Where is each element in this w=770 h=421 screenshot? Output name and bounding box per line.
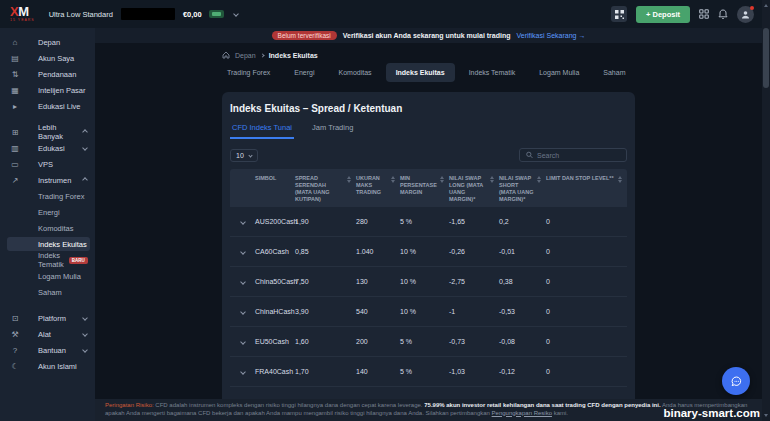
expand-row-button[interactable]: [230, 220, 255, 224]
sort-icon[interactable]: [347, 175, 351, 204]
server-icon: ▭: [10, 160, 20, 169]
sidebar-item-akun-saya[interactable]: ▤Akun Saya: [0, 50, 95, 66]
apps-grid-button[interactable]: [699, 9, 709, 19]
expand-row-button[interactable]: [230, 370, 255, 374]
column-header-ukuran-maks-trading[interactable]: UKURAN MAKS TRADING: [356, 175, 400, 196]
instrument-panel: Indeks Ekuitas – Spread / Ketentuan CFD …: [222, 92, 635, 401]
chevron-up-icon: [82, 177, 88, 183]
sidebar-item-alat[interactable]: ⚒Alat: [0, 326, 95, 342]
column-header-spread-serendah-mata-uang-kutipan[interactable]: SPREAD SERENDAH (MATA UANG KUTIPAN): [295, 175, 356, 204]
sidebar-item-energi[interactable]: Energi: [0, 204, 95, 220]
market-intel-icon: ▦: [10, 86, 20, 95]
sidebar-item-lebih-banyak[interactable]: ⊞Lebih Banyak: [0, 124, 95, 140]
page-size-select[interactable]: 10: [230, 149, 258, 162]
chevron-down-icon: [240, 219, 246, 225]
search-input[interactable]: [537, 152, 620, 159]
sidebar-item-depan[interactable]: ⌂Depan: [0, 34, 95, 50]
column-header-nilai-swap-short-mata-uang-margin[interactable]: NILAI SWAP SHORT (MATA UANG MARGIN)*: [499, 175, 546, 204]
sidebar-item-intelijen-pasar[interactable]: ▦Intelijen Pasar: [0, 82, 95, 98]
sidebar-item-bantuan[interactable]: ?Bantuan: [0, 342, 95, 358]
deposit-button[interactable]: + Deposit: [636, 6, 690, 23]
sidebar-item-komoditas[interactable]: Komoditas: [0, 220, 95, 236]
column-header-nilai-swap-long-mata-uang-margin[interactable]: NILAI SWAP LONG (MATA UANG MARGIN)*: [449, 175, 499, 204]
search-box[interactable]: [519, 148, 627, 162]
expand-row-button[interactable]: [230, 250, 255, 254]
table-row[interactable]: China50Cash7,5013010 %-2,750,380: [230, 267, 627, 297]
xm-logo[interactable]: XM 15 YEARS: [10, 5, 35, 23]
value-cell: 5 %: [400, 368, 449, 375]
risk-disclosure-link[interactable]: Pengungkapan Resiko: [492, 410, 552, 416]
sidebar-item-edukasi[interactable]: ▥Edukasi: [0, 140, 95, 156]
sort-icon[interactable]: [440, 175, 444, 196]
column-header-limit-dan-stop-level[interactable]: LIMIT DAN STOP LEVEL**: [546, 175, 627, 183]
sidebar-nav: ⌂Depan▤Akun Saya⇅Pendanaan▦Intelijen Pas…: [0, 34, 95, 374]
expand-row-button[interactable]: [230, 340, 255, 344]
table-row[interactable]: CA60Cash0,851.04010 %-0,26-0,010: [230, 237, 627, 267]
search-icon: [526, 151, 533, 159]
sidebar-item-instrumen[interactable]: ↗Instrumen: [0, 172, 95, 188]
tab-logam-mulia[interactable]: Logam Mulia: [529, 63, 589, 82]
account-switcher-chevron-icon[interactable]: [233, 11, 239, 17]
scrollbar-thumb[interactable]: [763, 28, 769, 88]
tab-komoditas[interactable]: Komoditas: [329, 63, 382, 82]
value-cell: 540: [356, 308, 400, 315]
tab-trading-forex[interactable]: Trading Forex: [217, 63, 280, 82]
sidebar-item-label: Lebih Banyak: [38, 123, 83, 141]
platform-icon: ⊡: [10, 314, 20, 323]
tab-energi[interactable]: Energi: [284, 63, 324, 82]
sidebar-item-platform[interactable]: ⊡Platform: [0, 310, 95, 326]
value-cell: 1,90: [295, 218, 356, 225]
tools-icon: ⚒: [10, 330, 20, 339]
verify-now-link[interactable]: Verifikasi Sekarang →: [517, 32, 586, 39]
qr-code-button[interactable]: [611, 6, 627, 22]
sidebar-item-edukasi-live[interactable]: ▸Edukasi Live: [0, 98, 95, 114]
column-header-label: NILAI SWAP SHORT (MATA UANG MARGIN)*: [499, 175, 534, 204]
tab-indeks-tematik[interactable]: Indeks Tematik: [459, 63, 526, 82]
chevron-down-icon: [240, 369, 246, 375]
sort-icon[interactable]: [537, 175, 541, 204]
value-cell: -0,53: [499, 308, 546, 315]
expand-row-button[interactable]: [230, 310, 255, 314]
sidebar-item-label: Indeks Tematik: [38, 251, 64, 269]
sidebar-item-trading-forex[interactable]: Trading Forex: [0, 188, 95, 204]
table-row[interactable]: FRA40Cash1,701405 %-1,03-0,120: [230, 357, 627, 387]
chat-button[interactable]: [722, 367, 750, 395]
scroll-up-icon[interactable]: [764, 4, 768, 7]
table-row[interactable]: EU50Cash1,602005 %-0,73-0,080: [230, 327, 627, 357]
value-cell: -1: [449, 308, 499, 315]
sidebar-item-indeks-ekuitas[interactable]: Indeks Ekuitas: [0, 236, 95, 252]
breadcrumb-home[interactable]: Depan: [235, 52, 256, 59]
sidebar-item-saham[interactable]: Saham: [0, 284, 95, 300]
panel-tab-jam-trading[interactable]: Jam Trading: [310, 123, 355, 139]
chevron-down-icon: [240, 309, 246, 315]
table-row[interactable]: AUS200Cash1,902805 %-1,650,20: [230, 207, 627, 237]
chevron-down-icon: [82, 331, 88, 337]
notifications-button[interactable]: [718, 9, 728, 20]
sidebar-item-indeks-tematik[interactable]: Indeks TematikBARU: [0, 252, 95, 268]
sidebar-item-pendanaan[interactable]: ⇅Pendanaan: [0, 66, 95, 82]
sidebar-item-label: Akun Saya: [38, 54, 74, 63]
scrollbar[interactable]: [762, 0, 770, 421]
sidebar-item-vps[interactable]: ▭VPS: [0, 156, 95, 172]
sidebar-item-logam-mulia[interactable]: Logam Mulia: [0, 268, 95, 284]
breadcrumb: Depan Indeks Ekuitas: [222, 51, 762, 59]
watermark: binary-smart.com: [663, 407, 760, 419]
expand-row-button[interactable]: [230, 280, 255, 284]
column-header-label: LIMIT DAN STOP LEVEL**: [546, 175, 614, 183]
table-row[interactable]: ChinaHCash3,9054010 %-1-0,530: [230, 297, 627, 327]
value-cell: -0,26: [449, 248, 499, 255]
sort-icon[interactable]: [391, 175, 395, 196]
sidebar-item-label: Edukasi: [38, 144, 65, 153]
scroll-down-icon[interactable]: [764, 414, 768, 417]
tab-indeks-ekuitas[interactable]: Indeks Ekuitas: [386, 63, 455, 82]
user-avatar[interactable]: [737, 6, 754, 23]
disclaimer-text-1: CFD adalah instrumen kompleks dengan ris…: [154, 402, 425, 408]
column-header-min-persentase-margin[interactable]: MIN PERSENTASE MARGIN: [400, 175, 449, 196]
tab-saham[interactable]: Saham: [593, 63, 635, 82]
sort-icon[interactable]: [490, 175, 494, 204]
sort-icon[interactable]: [618, 175, 622, 183]
topbar: XM 15 YEARS Ultra Low Standard €0,00 + D…: [0, 0, 762, 28]
sidebar-item-akun-islami[interactable]: ☾Akun Islami: [0, 358, 95, 374]
panel-tab-cfd-indeks-tunai[interactable]: CFD Indeks Tunai: [230, 123, 294, 139]
sidebar-item-label: Energi: [38, 208, 60, 217]
